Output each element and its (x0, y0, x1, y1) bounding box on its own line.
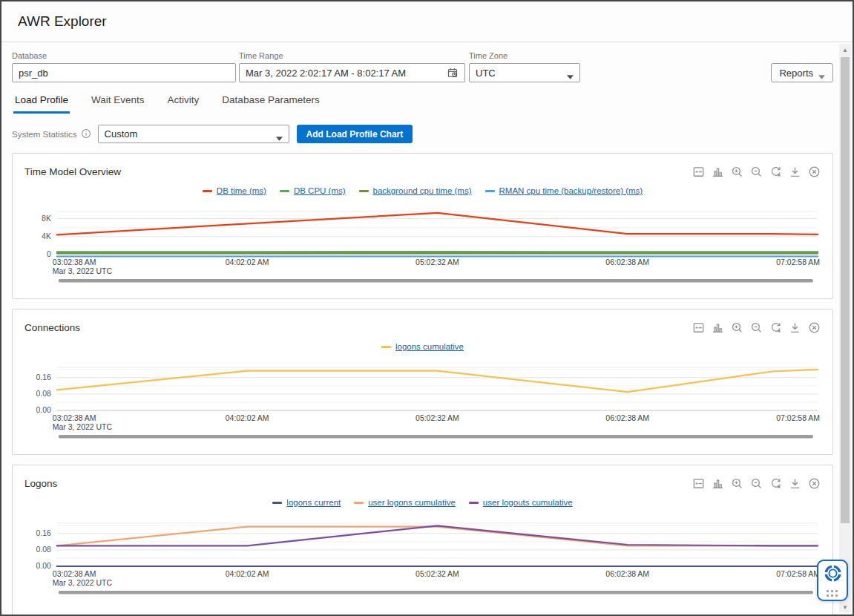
reset-zoom-icon[interactable] (769, 166, 782, 178)
legend-link[interactable]: RMAN cpu time (backup/restore) (ms) (499, 186, 643, 195)
legend-item: logons cumulative (381, 342, 464, 351)
legend-dash (272, 502, 282, 504)
bar-chart-icon[interactable] (712, 321, 724, 334)
time-range-input-box (239, 63, 465, 82)
scroll-up-arrow[interactable]: ▲ (839, 44, 851, 56)
svg-text:03:02:38 AM: 03:02:38 AM (53, 414, 96, 422)
system-statistics-label-text: System Statistics (12, 130, 77, 139)
legend-item: user logons cumulative (354, 498, 456, 507)
download-icon[interactable] (789, 166, 801, 178)
remove-chart-icon[interactable] (808, 321, 821, 334)
filter-row: Database Time Range (12, 51, 833, 82)
database-label: Database (12, 51, 236, 60)
chart-toolbar (692, 477, 821, 490)
legend-link[interactable]: user logouts cumulative (483, 498, 573, 507)
legend-link[interactable]: logons cumulative (395, 342, 464, 351)
legend-link[interactable]: DB CPU (ms) (294, 186, 346, 195)
chart-horizontal-scrollbar[interactable] (59, 279, 813, 283)
legend-item: DB CPU (ms) (280, 186, 346, 195)
svg-text:Mar 3, 2022 UTC: Mar 3, 2022 UTC (53, 579, 113, 587)
zoom-in-icon[interactable] (731, 166, 743, 178)
zoom-out-icon[interactable] (750, 321, 763, 334)
time-range-input[interactable] (246, 68, 447, 79)
scroll-down-arrow[interactable]: ▼ (839, 601, 851, 613)
svg-text:0.08: 0.08 (36, 390, 52, 398)
database-input[interactable] (19, 68, 229, 79)
app-header: AWR Explorer (1, 1, 853, 42)
legend-link[interactable]: user logons cumulative (368, 498, 456, 507)
add-load-profile-chart-button[interactable]: Add Load Profile Chart (297, 125, 413, 143)
bar-chart-icon[interactable] (712, 477, 724, 490)
svg-text:06:02:38 AM: 06:02:38 AM (605, 414, 649, 422)
svg-text:07:02:58 AM: 07:02:58 AM (776, 570, 820, 578)
tab-activity[interactable]: Activity (166, 91, 201, 114)
chart-card-header: Time Model Overview (24, 163, 821, 180)
legend-item: background cpu time (ms) (359, 186, 472, 195)
download-icon[interactable] (789, 321, 801, 334)
svg-text:0.00: 0.00 (36, 562, 52, 570)
zoom-in-icon[interactable] (731, 477, 743, 490)
chart-horizontal-scrollbar[interactable] (59, 591, 813, 594)
series-line (57, 370, 818, 392)
legend-link[interactable]: background cpu time (ms) (373, 186, 472, 195)
chart-legend: DB time (ms)DB CPU (ms)background cpu ti… (24, 185, 821, 197)
reset-zoom-icon[interactable] (769, 477, 782, 490)
time-zone-value: UTC (476, 68, 496, 79)
zoom-out-icon[interactable] (750, 166, 763, 178)
legend-link[interactable]: logons current (286, 498, 341, 507)
vertical-scrollbar[interactable]: ▲ ▼ (839, 44, 851, 613)
tab-database-parameters[interactable]: Database Parameters (220, 91, 321, 114)
system-statistics-label: System Statistics (12, 128, 91, 140)
chart-canvas-time-model-overview[interactable]: 04K8K03:02:38 AM04:02:02 AM05:02:32 AM06… (24, 203, 821, 290)
scrollbar-thumb[interactable] (841, 57, 850, 523)
legend-icon[interactable] (692, 477, 705, 490)
chart-card-header: Logons (24, 475, 821, 491)
remove-chart-icon[interactable] (808, 477, 821, 490)
main-content: Database Time Range (1, 42, 853, 616)
reports-button-label: Reports (779, 68, 813, 79)
info-icon[interactable] (81, 128, 91, 140)
tab-bar: Load Profile Wait Events Activity Databa… (12, 91, 833, 114)
svg-text:4K: 4K (42, 232, 51, 240)
zoom-out-icon[interactable] (750, 477, 763, 490)
download-icon[interactable] (789, 477, 801, 490)
reports-button[interactable]: Reports (771, 63, 833, 82)
svg-text:04:02:02 AM: 04:02:02 AM (226, 258, 269, 266)
legend-icon[interactable] (692, 166, 705, 178)
legend-item: DB time (ms) (203, 186, 266, 195)
time-zone-select[interactable]: UTC (469, 63, 580, 82)
bar-chart-icon[interactable] (712, 166, 724, 178)
drag-handle-dots[interactable] (827, 590, 838, 597)
tab-wait-events[interactable]: Wait Events (90, 91, 146, 114)
time-zone-field-group: Time Zone UTC (469, 51, 580, 82)
legend-dash (203, 190, 212, 192)
svg-text:0.08: 0.08 (36, 545, 52, 554)
chevron-down-icon (567, 71, 574, 75)
time-zone-label: Time Zone (469, 51, 580, 60)
page-title: AWR Explorer (18, 13, 107, 30)
chart-horizontal-scrollbar[interactable] (59, 435, 813, 439)
chart-canvas-connections[interactable]: 0.000.080.1603:02:38 AM04:02:02 AM05:02:… (24, 358, 821, 446)
svg-text:0: 0 (47, 250, 51, 258)
calendar-icon[interactable] (447, 67, 459, 79)
legend-dash (469, 502, 479, 504)
series-line (57, 527, 818, 546)
statistics-preset-select[interactable]: Custom (98, 125, 289, 143)
chart-toolbar (692, 321, 821, 334)
reset-zoom-icon[interactable] (769, 321, 782, 334)
life-ring-icon[interactable] (823, 563, 843, 586)
remove-chart-icon[interactable] (808, 166, 821, 178)
svg-text:0.16: 0.16 (36, 529, 52, 537)
legend-link[interactable]: DB time (ms) (217, 186, 266, 195)
legend-item: RMAN cpu time (backup/restore) (ms) (485, 186, 643, 195)
svg-text:Mar 3, 2022 UTC: Mar 3, 2022 UTC (53, 423, 113, 431)
chart-title: Logons (24, 478, 57, 489)
tab-load-profile[interactable]: Load Profile (13, 91, 70, 114)
chart-canvas-logons[interactable]: 0.000.080.1603:02:38 AM04:02:02 AM05:02:… (24, 514, 821, 602)
time-range-field-group: Time Range (239, 51, 465, 82)
svg-text:06:02:38 AM: 06:02:38 AM (605, 258, 649, 266)
legend-icon[interactable] (692, 321, 705, 334)
zoom-in-icon[interactable] (731, 321, 743, 334)
help-widget[interactable] (817, 560, 848, 601)
svg-text:04:02:02 AM: 04:02:02 AM (226, 570, 269, 578)
